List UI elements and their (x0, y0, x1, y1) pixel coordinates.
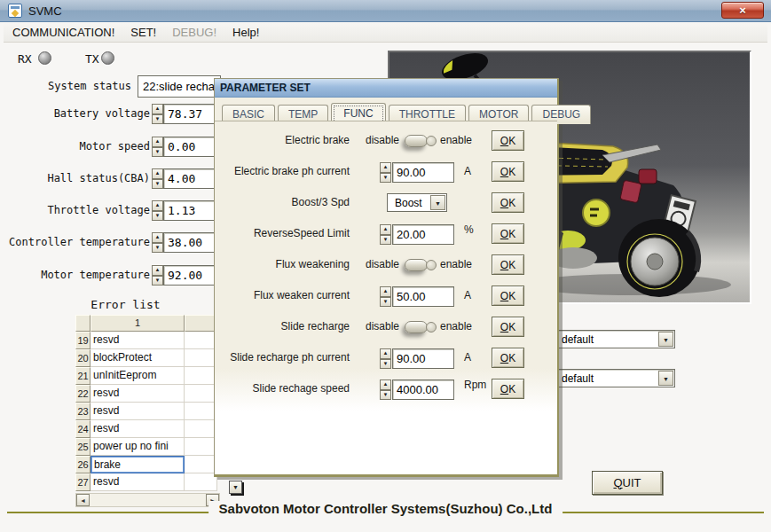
toggle-off-label: disable (366, 134, 399, 146)
ok-button[interactable]: OK (492, 348, 524, 368)
window-titlebar[interactable]: SVMC × (0, 0, 771, 22)
spin-down-icon[interactable]: ▼ (380, 390, 391, 401)
param-value[interactable]: 4000.00 (392, 379, 454, 400)
error-cell[interactable]: resvd (90, 403, 185, 420)
spin-up-icon[interactable]: ▲ (152, 137, 163, 147)
spin-up-icon[interactable]: ▲ (152, 265, 163, 276)
spin-down-icon[interactable]: ▼ (152, 211, 163, 222)
motor-speed-spinner[interactable]: ▲ ▼ (152, 137, 163, 157)
ok-button[interactable]: OK (492, 286, 524, 306)
table-vscroll-down-icon[interactable]: ▼ (229, 481, 242, 494)
error-cell[interactable]: blockProtect (90, 349, 185, 367)
table-row: 24 resvd (75, 420, 217, 438)
param-row: Electric brake ph current ▲ ▼ 90.00 A OK (215, 161, 557, 183)
value-spinner[interactable]: ▲ ▼ (380, 348, 391, 369)
table-row: 25 power up no fini (75, 438, 217, 456)
value-spinner[interactable]: ▲ ▼ (380, 224, 391, 245)
param-value[interactable]: 50.00 (392, 286, 454, 307)
error-cell[interactable]: resvd (90, 473, 185, 491)
error-cell[interactable]: resvd (90, 332, 185, 349)
flux-weakening-toggle[interactable] (405, 259, 437, 271)
spin-up-icon[interactable]: ▲ (152, 104, 163, 114)
param-label: Slide recharge (215, 320, 350, 332)
menu-debug: DEBUG! (172, 26, 216, 39)
error-cell[interactable]: unInitEeprom (90, 367, 185, 385)
window-title: SVMC (28, 4, 62, 18)
param-unit: % (464, 223, 474, 236)
table-row: 21 unInitEeprom (75, 367, 217, 385)
param-row: Slide recharge ph current ▲ ▼ 90.00 A OK (215, 348, 557, 369)
chevron-down-icon[interactable]: ▼ (658, 371, 673, 386)
param-label: ReverseSpeed Limit (215, 227, 350, 239)
spin-down-icon[interactable]: ▼ (380, 235, 391, 246)
error-cell[interactable]: resvd (90, 385, 185, 403)
spin-down-icon[interactable]: ▼ (152, 276, 163, 286)
chevron-down-icon[interactable]: ▼ (430, 195, 445, 210)
spin-down-icon[interactable]: ▼ (152, 243, 163, 254)
spin-up-icon[interactable]: ▲ (380, 286, 391, 297)
chevron-down-icon[interactable]: ▼ (658, 332, 673, 347)
param-label: Boost/3 Spd (215, 196, 350, 208)
spin-up-icon[interactable]: ▲ (380, 224, 391, 235)
error-cell[interactable]: resvd (90, 420, 185, 438)
readout-label: Hall status(CBA) (4, 172, 150, 184)
spin-up-icon[interactable]: ▲ (152, 232, 163, 243)
spin-down-icon[interactable]: ▼ (380, 359, 391, 370)
param-row: Flux weakening disable enable OK (215, 254, 557, 276)
toggle-on-label: enable (440, 320, 472, 332)
param-value[interactable]: 90.00 (392, 348, 454, 369)
hall-status-spinner[interactable]: ▲ ▼ (152, 168, 163, 189)
quit-button[interactable]: QUIT (592, 471, 663, 495)
controller-temp-spinner[interactable]: ▲ ▼ (152, 232, 163, 253)
menu-communication[interactable]: COMMUNICATION! (12, 26, 114, 39)
slide-recharge-toggle[interactable] (405, 321, 437, 333)
tx-label: TX (85, 52, 99, 66)
value-spinner[interactable]: ▲ ▼ (380, 379, 391, 400)
table-corner (75, 315, 90, 332)
battery-voltage-spinner[interactable]: ▲ ▼ (152, 104, 163, 124)
menu-help[interactable]: Help! (232, 26, 259, 39)
value-spinner[interactable]: ▲ ▼ (380, 286, 391, 307)
ok-button[interactable]: OK (492, 192, 524, 213)
spin-down-icon[interactable]: ▼ (152, 179, 163, 190)
spin-down-icon[interactable]: ▼ (152, 147, 163, 158)
toggle-off-label: disable (366, 258, 399, 270)
param-value[interactable]: 20.00 (392, 224, 454, 245)
ok-button[interactable]: OK (492, 379, 524, 399)
readout-label: Motor temperature (4, 269, 150, 281)
table-row: 26 brake (75, 456, 217, 473)
toggle-on-label: enable (440, 134, 472, 146)
menu-set[interactable]: SET! (130, 26, 156, 39)
spin-down-icon[interactable]: ▼ (152, 114, 163, 125)
ok-button[interactable]: OK (492, 223, 524, 244)
error-cell-selected[interactable]: brake (90, 456, 185, 473)
ok-button[interactable]: OK (492, 161, 524, 182)
spin-up-icon[interactable]: ▲ (152, 200, 163, 211)
table-hscrollbar[interactable]: ◄ ► (75, 493, 220, 507)
electric-brake-toggle[interactable] (405, 135, 437, 147)
table-row: 23 resvd (75, 403, 217, 420)
spin-down-icon[interactable]: ▼ (380, 173, 391, 184)
ok-button[interactable]: OK (492, 254, 524, 275)
system-status-label: System status (4, 80, 131, 92)
parameter-set-dialog: PARAMETER SET BASIC TEMP FUNC THROTTLE M… (214, 78, 559, 477)
preset-dropdown-2[interactable]: default ▼ (556, 369, 675, 387)
spin-up-icon[interactable]: ▲ (152, 168, 163, 179)
ok-button[interactable]: OK (492, 130, 524, 151)
spin-up-icon[interactable]: ▲ (380, 348, 391, 359)
spin-up-icon[interactable]: ▲ (380, 379, 391, 390)
error-cell[interactable]: power up no fini (90, 438, 185, 456)
close-icon[interactable]: × (721, 2, 764, 19)
param-value[interactable]: 90.00 (392, 162, 454, 183)
spin-up-icon[interactable]: ▲ (380, 162, 391, 173)
motor-temp-spinner[interactable]: ▲ ▼ (152, 265, 163, 286)
ok-button[interactable]: OK (492, 317, 524, 337)
value-spinner[interactable]: ▲ ▼ (380, 162, 391, 183)
boost-dropdown[interactable]: Boost ▼ (387, 193, 447, 212)
scroll-left-icon[interactable]: ◄ (76, 494, 90, 506)
dialog-titlebar[interactable]: PARAMETER SET (215, 79, 557, 98)
toggle-off-label: disable (366, 320, 399, 332)
spin-down-icon[interactable]: ▼ (380, 297, 391, 308)
throttle-voltage-spinner[interactable]: ▲ ▼ (152, 200, 163, 221)
preset-dropdown-1[interactable]: default ▼ (556, 330, 675, 348)
